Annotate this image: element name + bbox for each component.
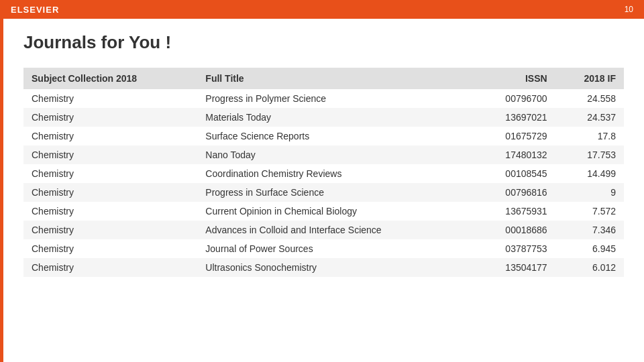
cell-collection: Chemistry — [23, 89, 197, 108]
cell-title: Materials Today — [197, 108, 472, 127]
cell-collection: Chemistry — [23, 258, 197, 277]
cell-if: 7.346 — [555, 221, 624, 239]
table-row: ChemistrySurface Science Reports01675729… — [23, 127, 624, 145]
cell-issn: 01675729 — [472, 127, 555, 145]
table-row: ChemistryProgress in Polymer Science0079… — [23, 89, 624, 108]
elsevier-logo: ELSEVIER — [11, 5, 59, 15]
page-number: 10 — [625, 5, 633, 14]
cell-if: 9 — [555, 183, 624, 202]
cell-if: 24.537 — [555, 108, 624, 127]
table-header-row: Subject Collection 2018 Full Title ISSN … — [23, 68, 624, 89]
cell-title: Progress in Polymer Science — [197, 89, 472, 108]
cell-collection: Chemistry — [23, 202, 197, 221]
cell-title: Nano Today — [197, 145, 472, 164]
table-row: ChemistryAdvances in Colloid and Interfa… — [23, 221, 624, 239]
cell-collection: Chemistry — [23, 183, 197, 202]
table-row: ChemistryUltrasonics Sonochemistry135041… — [23, 258, 624, 277]
cell-collection: Chemistry — [23, 221, 197, 239]
cell-title: Current Opinion in Chemical Biology — [197, 202, 472, 221]
table-row: ChemistryMaterials Today1369702124.537 — [23, 108, 624, 127]
cell-if: 6.945 — [555, 239, 624, 258]
cell-if: 14.499 — [555, 164, 624, 183]
cell-issn: 13697021 — [472, 108, 555, 127]
col-header-collection: Subject Collection 2018 — [23, 68, 197, 89]
cell-issn: 00018686 — [472, 221, 555, 239]
cell-if: 6.012 — [555, 258, 624, 277]
header-bar: ELSEVIER 10 — [0, 0, 644, 19]
main-content: Journals for You ! Subject Collection 20… — [3, 19, 644, 290]
col-header-title: Full Title — [197, 68, 472, 89]
cell-issn: 03787753 — [472, 239, 555, 258]
cell-title: Progress in Surface Science — [197, 183, 472, 202]
cell-issn: 13504177 — [472, 258, 555, 277]
cell-if: 17.8 — [555, 127, 624, 145]
col-header-if: 2018 IF — [555, 68, 624, 89]
table-body: ChemistryProgress in Polymer Science0079… — [23, 89, 624, 277]
col-header-issn: ISSN — [472, 68, 555, 89]
cell-if: 17.753 — [555, 145, 624, 164]
cell-collection: Chemistry — [23, 108, 197, 127]
table-row: ChemistryCoordination Chemistry Reviews0… — [23, 164, 624, 183]
table-row: ChemistryProgress in Surface Science0079… — [23, 183, 624, 202]
cell-if: 7.572 — [555, 202, 624, 221]
table-row: ChemistryNano Today1748013217.753 — [23, 145, 624, 164]
cell-issn: 17480132 — [472, 145, 555, 164]
left-accent-bar — [0, 19, 3, 362]
page-title: Journals for You ! — [23, 32, 624, 53]
cell-collection: Chemistry — [23, 145, 197, 164]
cell-issn: 13675931 — [472, 202, 555, 221]
cell-issn: 00796816 — [472, 183, 555, 202]
table-row: ChemistryCurrent Opinion in Chemical Bio… — [23, 202, 624, 221]
cell-collection: Chemistry — [23, 127, 197, 145]
cell-title: Advances in Colloid and Interface Scienc… — [197, 221, 472, 239]
cell-issn: 00796700 — [472, 89, 555, 108]
cell-issn: 00108545 — [472, 164, 555, 183]
cell-collection: Chemistry — [23, 239, 197, 258]
cell-title: Coordination Chemistry Reviews — [197, 164, 472, 183]
journals-table: Subject Collection 2018 Full Title ISSN … — [23, 68, 624, 277]
cell-title: Ultrasonics Sonochemistry — [197, 258, 472, 277]
cell-if: 24.558 — [555, 89, 624, 108]
cell-title: Journal of Power Sources — [197, 239, 472, 258]
table-row: ChemistryJournal of Power Sources0378775… — [23, 239, 624, 258]
cell-collection: Chemistry — [23, 164, 197, 183]
cell-title: Surface Science Reports — [197, 127, 472, 145]
journals-table-container: Subject Collection 2018 Full Title ISSN … — [23, 68, 624, 277]
